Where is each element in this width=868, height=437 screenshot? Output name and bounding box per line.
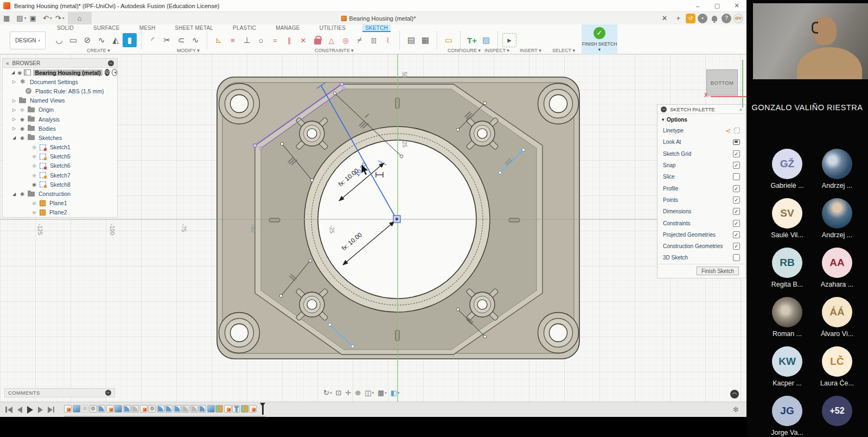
eye-off-icon[interactable]: ◉ — [31, 210, 37, 215]
timeline-feature-sketch[interactable] — [224, 405, 232, 413]
tab-sketch[interactable]: SKETCH — [362, 24, 391, 32]
participant-tile[interactable]: Andrzej ... — [813, 198, 861, 239]
participant-tile[interactable]: GŽ Gabrielė ... — [763, 149, 812, 189]
eye-on-icon[interactable]: ◉ — [19, 191, 25, 197]
step-forward-button[interactable] — [38, 407, 43, 413]
job-status-icon[interactable]: • — [698, 14, 707, 23]
timeline-feature-fastener[interactable] — [232, 405, 240, 413]
create-group-label[interactable]: CREATE ▾ — [87, 48, 110, 53]
polygon-constraint-icon[interactable]: △ — [324, 33, 339, 47]
timeline-feature-chamfer[interactable] — [190, 405, 198, 413]
browser-item-analysis[interactable]: ▷ ◉ Analysis — [3, 115, 117, 124]
timeline-marker[interactable] — [260, 403, 265, 415]
design-dropdown[interactable]: DESIGN ▾ — [10, 31, 46, 49]
select-group-label[interactable]: SELECT ▾ — [552, 48, 575, 53]
tab-mesh[interactable]: MESH — [137, 24, 158, 32]
eye-off-icon[interactable]: ◉ — [31, 144, 37, 150]
participant-tile[interactable]: KW Kacper ... — [763, 346, 812, 387]
fix-constraint-lock-icon[interactable] — [310, 33, 324, 47]
eye-on-icon[interactable]: ◉ — [31, 182, 37, 187]
activate-component-icon[interactable] — [112, 69, 117, 76]
redo-caret-icon[interactable]: ▾ — [62, 16, 65, 21]
circle-tool-icon[interactable]: ⊘ — [80, 33, 94, 47]
timeline-feature-hole-suppressed[interactable] — [81, 405, 88, 413]
eye-on-icon[interactable]: ◉ — [19, 117, 25, 122]
timeline-feature-appearance[interactable] — [241, 405, 248, 413]
tab-solid[interactable]: SOLID — [54, 24, 76, 32]
timeline-feature-fillet[interactable] — [123, 405, 131, 413]
expand-icon[interactable]: ▷ — [11, 98, 17, 103]
participant-tile[interactable]: ÁÁ Álvaro Vi... — [813, 297, 861, 338]
browser-item-bodies[interactable]: ▷ ◉ Bodies — [3, 124, 117, 133]
browser-item-origin[interactable]: ▷ ◉ Origin — [3, 105, 117, 115]
look-at-camera-icon[interactable] — [733, 140, 740, 145]
tab-plastic[interactable]: PLASTIC — [230, 24, 259, 32]
zoom-tool[interactable]: ⊕ — [355, 389, 361, 397]
configure-table-icon[interactable]: ▤ — [404, 33, 418, 47]
palette-minimize-icon[interactable]: – — [661, 106, 667, 112]
browser-item-named-views[interactable]: ▷ Named Views — [3, 96, 117, 105]
browser-item-sketch7[interactable]: ◉ Sketch7 — [3, 170, 117, 180]
tab-utilities[interactable]: UTILITIES — [317, 24, 348, 32]
close-button[interactable]: ✕ — [727, 2, 746, 9]
timeline-gear-icon[interactable]: ✻ — [733, 406, 739, 414]
timeline-feature-chamfer[interactable] — [131, 405, 139, 413]
display-settings[interactable]: ◫▾ — [365, 389, 374, 397]
viewports-tool[interactable]: ◧▾ — [391, 389, 400, 397]
home-tab[interactable]: ⌂ — [68, 12, 92, 24]
view-cube[interactable]: BOTTOM — [706, 69, 738, 96]
two-point-rectangle-tool-icon-active[interactable]: ▮ — [123, 33, 137, 47]
tab-sheet-metal[interactable]: SHEET METAL — [172, 24, 216, 32]
play-button[interactable] — [27, 406, 33, 414]
expand-icon[interactable]: ▷ — [11, 126, 17, 131]
eye-on-icon[interactable]: ◉ — [19, 135, 25, 141]
go-to-end-button[interactable] — [48, 407, 55, 413]
browser-item-plastic-rule[interactable]: P Plastic Rule: ABS (1,5 mm) — [3, 86, 117, 96]
timeline-feature-sketch[interactable] — [249, 405, 257, 413]
sketch-dimension-icon[interactable]: ⊾ — [212, 33, 226, 47]
step-back-button[interactable] — [17, 407, 22, 413]
perpendicular-constraint-icon[interactable]: ⊥ — [240, 33, 254, 47]
tab-manage[interactable]: MANAGE — [273, 24, 303, 32]
checkbox-unchecked[interactable] — [733, 254, 740, 261]
restore-button[interactable]: ▢ — [707, 2, 727, 9]
trim-tool-icon[interactable]: ✂ — [160, 33, 174, 47]
save-icon[interactable]: ▣ — [27, 14, 40, 22]
checkbox-checked[interactable]: ✓ — [733, 150, 740, 157]
eye-off-icon[interactable]: ◉ — [31, 200, 37, 206]
participant-tile[interactable]: AA Azahara ... — [813, 248, 861, 288]
eye-off-icon[interactable]: ◉ — [31, 173, 37, 178]
browser-item-root[interactable]: ▦◢ ◉ Bearing Housing (metal) Q — [3, 68, 117, 77]
checkbox-checked[interactable]: ✓ — [733, 231, 740, 238]
checkbox-checked[interactable]: ✓ — [733, 197, 740, 204]
orbit-tool[interactable]: ↻▾ — [323, 389, 331, 397]
job-status-cloud-icon[interactable]: ◠ — [730, 390, 739, 398]
collinear-constraint-icon[interactable]: ⌿ — [353, 33, 367, 47]
document-tab[interactable]: Bearing Housing (metal)* — [341, 15, 416, 22]
expand-icon[interactable]: ◢ — [11, 192, 17, 197]
timeline-feature-fillet[interactable] — [174, 405, 181, 413]
participant-tile[interactable]: Roman ... — [763, 297, 812, 338]
browser-item-sketch1[interactable]: ◉ Sketch1 — [3, 143, 117, 152]
go-to-start-button[interactable] — [5, 407, 12, 413]
close-tab-icon[interactable]: ✕ — [659, 14, 671, 22]
timeline-feature-sketch[interactable] — [106, 405, 114, 413]
timeline-feature-extrude[interactable] — [73, 405, 80, 413]
fillet-tool-icon[interactable]: ◜ — [146, 33, 160, 47]
constraints-group-label[interactable]: CONSTRAINTS ▾ — [315, 48, 354, 53]
new-tab-icon[interactable]: + — [673, 14, 684, 22]
timeline-feature-extrude[interactable] — [207, 405, 215, 413]
inspect-group-label[interactable]: INSPECT ▾ — [484, 48, 509, 53]
user-avatar[interactable]: GV — [733, 14, 743, 23]
speaker-video[interactable] — [753, 3, 868, 79]
spline-tool-icon[interactable]: ∿ — [94, 33, 108, 47]
extensions-icon[interactable]: ↺ — [686, 14, 695, 23]
eye-on-icon[interactable]: ◉ — [19, 126, 25, 131]
comments-panel-tab[interactable]: COMMENTS – — [4, 388, 115, 397]
browser-item-sketch5[interactable]: ◉ Sketch5 — [3, 152, 117, 161]
equal-constraint-icon[interactable]: = — [268, 33, 282, 47]
measure-tool-icon[interactable]: ▭ — [442, 33, 456, 47]
concentric-constraint-icon[interactable]: ◎ — [339, 33, 353, 47]
parallel-constraint-icon[interactable]: ∥ — [282, 33, 296, 47]
checkbox-checked[interactable]: ✓ — [733, 185, 740, 192]
